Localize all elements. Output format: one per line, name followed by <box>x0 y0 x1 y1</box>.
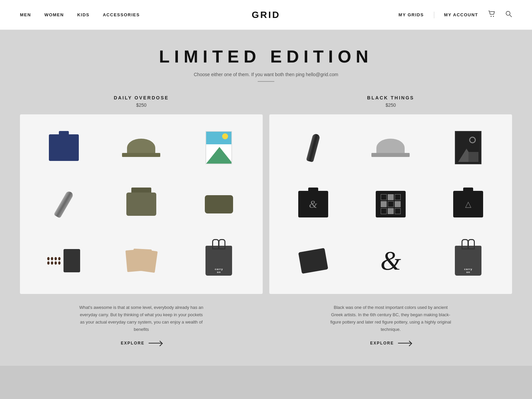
hero-divider <box>258 81 274 82</box>
nav-divider <box>434 12 434 18</box>
svg-point-1 <box>493 16 494 17</box>
product-footer-daily: What's awesome is that at some level, ev… <box>20 294 263 346</box>
item-cap-grey <box>353 121 428 174</box>
product-price-black: $250 <box>269 102 512 108</box>
product-card-black: & <box>269 114 512 294</box>
hero-subtitle: Choose either one of them. If you want b… <box>20 72 512 77</box>
item-grid-art <box>353 178 428 231</box>
section-daily-overdose: DAILY OVERDOSE $250 <box>20 95 263 346</box>
items-grid-black: & <box>276 121 505 287</box>
brand-logo[interactable]: GRID <box>252 10 280 20</box>
search-icon[interactable] <box>505 11 512 19</box>
item-art-print-dark <box>431 121 505 174</box>
item-coffee-bag <box>27 234 101 287</box>
nav-kids[interactable]: KIDS <box>77 12 89 17</box>
product-name-daily: DAILY OVERDOSE <box>20 95 263 100</box>
nav-women[interactable]: WOMEN <box>44 12 64 17</box>
main-content: LIMITED EDITION Choose either one of the… <box>0 30 532 366</box>
header: MEN WOMEN KIDS ACCESSORIES GRID MY GRIDS… <box>0 0 532 30</box>
section-black-things: BLACK THINGS $250 <box>269 95 512 346</box>
products-row: DAILY OVERDOSE $250 <box>20 95 512 346</box>
item-amp-large: & <box>353 234 428 287</box>
explore-daily-arrow <box>149 343 162 343</box>
item-art-print <box>182 121 256 174</box>
item-tote-bag-black: carryon <box>431 234 505 287</box>
hero-email[interactable]: hello@grid.com <box>306 72 338 77</box>
item-messenger-bag <box>104 178 178 231</box>
cart-icon[interactable] <box>488 11 495 19</box>
hero-section: LIMITED EDITION Choose either one of the… <box>20 47 512 82</box>
product-price-daily: $250 <box>20 102 263 108</box>
nav-accessories[interactable]: ACCESSORIES <box>103 12 140 17</box>
product-header-daily: DAILY OVERDOSE $250 <box>20 95 263 108</box>
item-cards <box>104 234 178 287</box>
item-cap-olive <box>104 121 178 174</box>
nav-my-grids[interactable]: MY GRIDS <box>399 12 424 17</box>
svg-line-3 <box>510 15 512 17</box>
item-tshirt-blue <box>27 121 101 174</box>
item-thermos-black <box>276 121 350 174</box>
item-thermos <box>27 178 101 231</box>
product-description-daily: What's awesome is that at some level, ev… <box>78 304 204 333</box>
item-wallet <box>276 234 350 287</box>
nav-my-account[interactable]: MY ACCOUNT <box>444 12 478 17</box>
explore-black-button[interactable]: EXPLORE <box>370 341 411 345</box>
items-grid-daily: carryon <box>27 121 256 287</box>
nav-men[interactable]: MEN <box>20 12 31 17</box>
product-description-black: Black was one of the most important colo… <box>328 304 454 333</box>
product-header-black: BLACK THINGS $250 <box>269 95 512 108</box>
product-name-black: BLACK THINGS <box>269 95 512 100</box>
item-tshirt-triangle: △ <box>431 178 505 231</box>
product-card-daily: carryon <box>20 114 263 294</box>
svg-point-0 <box>491 16 492 17</box>
item-pencil-pouch <box>182 178 256 231</box>
product-footer-black: Black was one of the most important colo… <box>269 294 512 346</box>
hero-title: LIMITED EDITION <box>20 47 512 66</box>
item-tshirt-amp: & <box>276 178 350 231</box>
explore-black-arrow <box>398 343 411 343</box>
nav-left: MEN WOMEN KIDS ACCESSORIES <box>20 12 140 17</box>
explore-daily-button[interactable]: EXPLORE <box>121 341 162 345</box>
svg-point-2 <box>506 11 510 15</box>
item-tote-bag-daily: carryon <box>182 234 256 287</box>
nav-right: MY GRIDS MY ACCOUNT <box>399 11 512 19</box>
